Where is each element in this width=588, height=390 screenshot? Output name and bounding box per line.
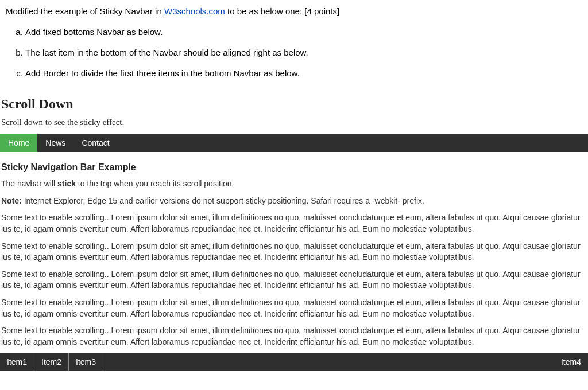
question-text-suffix: to be as below one: <box>225 6 304 16</box>
example-title: Sticky Navigation Bar Example <box>1 162 588 173</box>
note-bold: Note: <box>1 196 22 205</box>
nav-home[interactable]: Home <box>0 134 37 152</box>
demo-subtext: Scroll down to see the sticky effect. <box>1 116 588 128</box>
bottom-item-4[interactable]: Item4 <box>554 353 588 370</box>
points-label: [4 points] <box>304 6 339 16</box>
subquestion-c: Add Border to divide the first three ite… <box>25 63 582 84</box>
top-navbar: Home News Contact <box>0 134 588 152</box>
bottom-item-2[interactable]: Item2 <box>34 353 69 370</box>
demo-screenshot: Scroll Down Scroll down to see the stick… <box>0 96 588 370</box>
subquestion-b: The last item in the bottom of the Navba… <box>25 42 582 63</box>
demo-heading: Scroll Down <box>1 96 588 112</box>
lorem-3: Some text to enable scrolling.. Lorem ip… <box>1 269 588 291</box>
stick-line-a: The navbar will <box>1 179 57 188</box>
question-block: Modified the example of Sticky Navbar in… <box>0 0 588 86</box>
bottom-navbar: Item1 Item2 Item3 Item4 <box>0 353 588 370</box>
lorem-4: Some text to enable scrolling.. Lorem ip… <box>1 297 588 319</box>
lorem-1: Some text to enable scrolling.. Lorem ip… <box>1 212 588 235</box>
nav-news[interactable]: News <box>37 134 74 152</box>
subquestion-a: Add fixed bottoms Navbar as below. <box>25 22 582 42</box>
subquestion-list: Add fixed bottoms Navbar as below. The l… <box>6 22 582 84</box>
nav-contact[interactable]: Contact <box>74 134 117 152</box>
lorem-5: Some text to enable scrolling.. Lorem ip… <box>1 325 588 348</box>
w3schools-link[interactable]: W3schools.com <box>164 6 225 16</box>
example-body: Sticky Navigation Bar Example The navbar… <box>0 162 588 348</box>
bottom-item-3[interactable]: Item3 <box>69 353 103 370</box>
lorem-2: Some text to enable scrolling.. Lorem ip… <box>1 241 588 263</box>
bottom-item-1[interactable]: Item1 <box>0 353 34 370</box>
stick-line: The navbar will stick to the top when yo… <box>1 178 588 190</box>
note-rest: Internet Explorer, Edge 15 and earlier v… <box>22 196 424 205</box>
note-line: Note: Internet Explorer, Edge 15 and ear… <box>1 196 588 207</box>
stick-bold: stick <box>57 179 76 188</box>
stick-line-b: to the top when you reach its scroll pos… <box>76 179 234 188</box>
question-text-prefix: Modified the example of Sticky Navbar in <box>6 6 164 16</box>
